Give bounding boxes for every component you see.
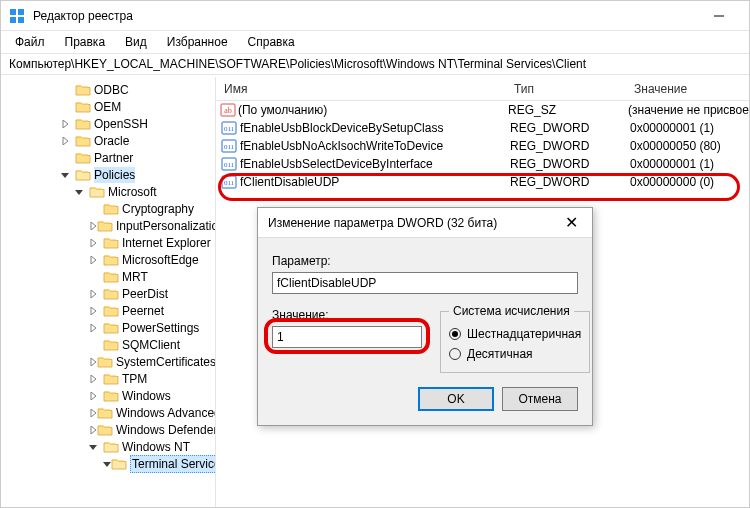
- chevron-down-icon[interactable]: [89, 443, 103, 451]
- menu-favorites[interactable]: Избранное: [159, 33, 236, 51]
- tree-node[interactable]: TPM: [5, 370, 215, 387]
- value-data: (значение не присвоено): [628, 103, 749, 117]
- menu-file[interactable]: Файл: [7, 33, 53, 51]
- tree-node[interactable]: Internet Explorer: [5, 234, 215, 251]
- edit-dword-dialog: Изменение параметра DWORD (32 бита) ✕ Па…: [257, 207, 593, 426]
- tree-node-label: MRT: [122, 269, 148, 285]
- minimize-button[interactable]: [696, 1, 741, 31]
- value-row[interactable]: 011fClientDisableUDPREG_DWORD0x00000000 …: [216, 173, 749, 191]
- value-row[interactable]: ab(По умолчанию)REG_SZ(значение не присв…: [216, 101, 749, 119]
- tree-node-label: InputPersonalization: [116, 218, 216, 234]
- value-row[interactable]: 011fEnableUsbSelectDeviceByInterfaceREG_…: [216, 155, 749, 173]
- tree-node[interactable]: Policies: [5, 166, 215, 183]
- tree-node[interactable]: Windows NT: [5, 438, 215, 455]
- tree-node[interactable]: MRT: [5, 268, 215, 285]
- chevron-right-icon[interactable]: [89, 290, 103, 298]
- cancel-button[interactable]: Отмена: [502, 387, 578, 411]
- chevron-right-icon[interactable]: [89, 409, 97, 417]
- chevron-down-icon[interactable]: [103, 460, 111, 468]
- chevron-right-icon[interactable]: [89, 307, 103, 315]
- folder-icon: [103, 321, 119, 335]
- tree-pane[interactable]: ODBC OEM OpenSSH Oracle Partner Policies…: [1, 77, 216, 507]
- chevron-right-icon[interactable]: [89, 426, 97, 434]
- dialog-titlebar: Изменение параметра DWORD (32 бита) ✕: [258, 208, 592, 238]
- menu-help[interactable]: Справка: [240, 33, 303, 51]
- chevron-right-icon[interactable]: [89, 256, 103, 264]
- svg-rect-1: [18, 9, 24, 15]
- folder-icon: [103, 440, 119, 454]
- param-name-field[interactable]: [272, 272, 578, 294]
- reg-dword-icon: 011: [220, 157, 238, 171]
- col-name[interactable]: Имя: [216, 82, 506, 96]
- tree-node[interactable]: InputPersonalization: [5, 217, 215, 234]
- value-name: fEnableUsbNoAckIsochWriteToDevice: [240, 139, 510, 153]
- folder-icon: [97, 219, 113, 233]
- titlebar: Редактор реестра: [1, 1, 749, 31]
- tree-node-label: OEM: [94, 99, 121, 115]
- tree-node[interactable]: ODBC: [5, 81, 215, 98]
- tree-node-label: Oracle: [94, 133, 129, 149]
- folder-icon: [103, 270, 119, 284]
- radio-dec[interactable]: Десятичная: [449, 344, 581, 364]
- value-data: 0x00000050 (80): [630, 139, 749, 153]
- value-data: 0x00000000 (0): [630, 175, 749, 189]
- tree-node[interactable]: OEM: [5, 98, 215, 115]
- tree-node-label: Peernet: [122, 303, 164, 319]
- radio-hex[interactable]: Шестнадцатеричная: [449, 324, 581, 344]
- base-legend: Система исчисления: [449, 304, 574, 318]
- tree-node[interactable]: Cryptography: [5, 200, 215, 217]
- tree-node[interactable]: MicrosoftEdge: [5, 251, 215, 268]
- folder-icon: [103, 338, 119, 352]
- tree-node-label: Windows Advanced Threat Protection: [116, 405, 216, 421]
- tree-node[interactable]: SQMClient: [5, 336, 215, 353]
- value-row[interactable]: 011fEnableUsbBlockDeviceBySetupClassREG_…: [216, 119, 749, 137]
- value-field[interactable]: [272, 326, 422, 348]
- ok-button[interactable]: OK: [418, 387, 494, 411]
- chevron-right-icon[interactable]: [89, 222, 97, 230]
- tree-node[interactable]: SystemCertificates: [5, 353, 215, 370]
- chevron-right-icon[interactable]: [89, 375, 103, 383]
- tree-node[interactable]: Windows: [5, 387, 215, 404]
- tree-node[interactable]: OpenSSH: [5, 115, 215, 132]
- col-value[interactable]: Значение: [626, 82, 749, 96]
- folder-icon: [75, 151, 91, 165]
- tree-node-label: PowerSettings: [122, 320, 199, 336]
- window-title: Редактор реестра: [33, 9, 696, 23]
- chevron-down-icon[interactable]: [61, 171, 75, 179]
- folder-icon: [75, 83, 91, 97]
- tree-node[interactable]: Peernet: [5, 302, 215, 319]
- tree-node[interactable]: Terminal Services: [5, 455, 215, 472]
- svg-text:011: 011: [224, 179, 235, 187]
- value-type: REG_DWORD: [510, 139, 630, 153]
- chevron-right-icon[interactable]: [89, 324, 103, 332]
- value-name: fEnableUsbBlockDeviceBySetupClass: [240, 121, 510, 135]
- chevron-right-icon[interactable]: [89, 358, 97, 366]
- chevron-right-icon[interactable]: [89, 392, 103, 400]
- tree-node[interactable]: Partner: [5, 149, 215, 166]
- value-data: 0x00000001 (1): [630, 121, 749, 135]
- tree-node-label: SQMClient: [122, 337, 180, 353]
- tree-node-label: SystemCertificates: [116, 354, 216, 370]
- tree-node[interactable]: Microsoft: [5, 183, 215, 200]
- tree-node[interactable]: Windows Defender: [5, 421, 215, 438]
- radio-hex-icon: [449, 328, 461, 340]
- col-type[interactable]: Тип: [506, 82, 626, 96]
- menu-edit[interactable]: Правка: [57, 33, 114, 51]
- address-bar[interactable]: Компьютер\HKEY_LOCAL_MACHINE\SOFTWARE\Po…: [1, 53, 749, 75]
- value-name: fClientDisableUDP: [240, 175, 510, 189]
- value-type: REG_SZ: [508, 103, 628, 117]
- tree-node[interactable]: PowerSettings: [5, 319, 215, 336]
- chevron-right-icon[interactable]: [61, 137, 75, 145]
- value-label: Значение:: [272, 308, 422, 322]
- chevron-down-icon[interactable]: [75, 188, 89, 196]
- tree-node[interactable]: PeerDist: [5, 285, 215, 302]
- chevron-right-icon[interactable]: [61, 120, 75, 128]
- tree-node[interactable]: Oracle: [5, 132, 215, 149]
- dialog-close-button[interactable]: ✕: [561, 213, 582, 232]
- menu-view[interactable]: Вид: [117, 33, 155, 51]
- chevron-right-icon[interactable]: [89, 239, 103, 247]
- value-row[interactable]: 011fEnableUsbNoAckIsochWriteToDeviceREG_…: [216, 137, 749, 155]
- tree-node-label: Windows Defender: [116, 422, 216, 438]
- tree-node[interactable]: Windows Advanced Threat Protection: [5, 404, 215, 421]
- folder-icon: [103, 287, 119, 301]
